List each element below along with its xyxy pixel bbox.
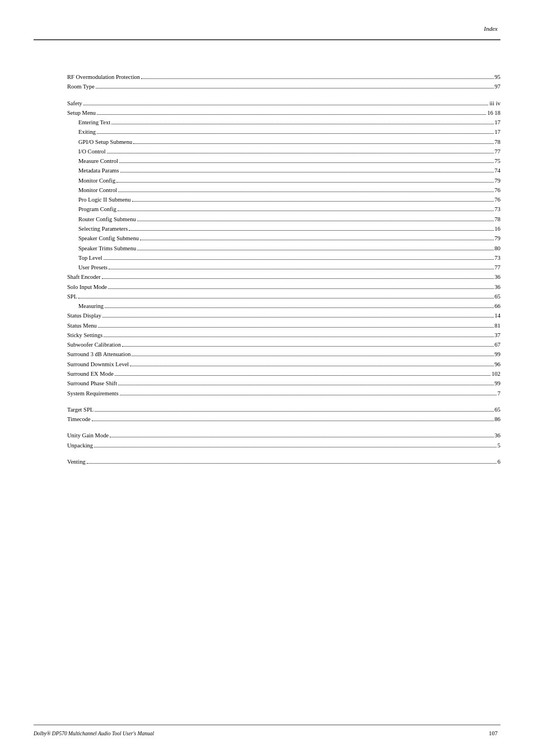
entry-label: Timecode bbox=[67, 415, 91, 424]
entry-page: 67 bbox=[495, 340, 501, 349]
entry-label: Surround Downmix Level bbox=[67, 360, 129, 369]
list-item: Subwoofer Calibration67 bbox=[67, 340, 500, 349]
list-item: Timecode86 bbox=[67, 415, 500, 424]
entry-label: Surround 3 dB Attenuation bbox=[67, 350, 130, 359]
entry-label: Sticky Settings bbox=[67, 331, 102, 340]
entry-dots bbox=[94, 447, 496, 447]
entry-label: Exiting bbox=[78, 128, 96, 137]
list-item: Speaker Config Submenu79 bbox=[67, 234, 500, 243]
list-item: Program Config73 bbox=[67, 205, 500, 214]
list-item: Pro Logic II Submenu76 bbox=[67, 195, 500, 204]
entry-page: 77 bbox=[495, 147, 501, 156]
entry-page: 73 bbox=[495, 254, 501, 263]
entry-page: 17 bbox=[495, 128, 501, 137]
list-item: GPI/O Setup Submenu78 bbox=[67, 138, 500, 147]
entry-dots bbox=[133, 143, 493, 144]
entry-page: 65 bbox=[495, 292, 501, 301]
index-content: RF Overmodulation Protection95Room Type9… bbox=[67, 73, 500, 467]
entry-dots bbox=[120, 172, 494, 172]
entry-label: Router Config Submenu bbox=[78, 215, 136, 224]
entry-dots bbox=[105, 307, 494, 308]
entry-dots bbox=[78, 298, 493, 298]
entry-dots bbox=[96, 88, 494, 88]
entry-dots bbox=[107, 153, 494, 153]
entry-page: 86 bbox=[495, 415, 501, 424]
entry-spacer bbox=[67, 424, 500, 431]
entry-page: 99 bbox=[495, 350, 501, 359]
entry-dots bbox=[111, 124, 493, 124]
entry-label: User Presets bbox=[78, 263, 107, 272]
entry-spacer bbox=[67, 399, 500, 405]
entry-dots bbox=[87, 463, 496, 464]
entry-label: I/O Control bbox=[78, 147, 106, 156]
list-item: Shaft Encoder36 bbox=[67, 273, 500, 282]
entry-label: Pro Logic II Submenu bbox=[78, 195, 131, 204]
entry-label: System Requirements bbox=[67, 389, 119, 398]
list-item: Surround Phase Shift99 bbox=[67, 379, 500, 388]
entry-label: Venting bbox=[67, 458, 86, 466]
entry-dots bbox=[102, 278, 494, 279]
entry-dots bbox=[137, 250, 493, 250]
entry-label: Monitor Config bbox=[78, 176, 115, 185]
entry-dots bbox=[120, 395, 496, 395]
entry-page: 78 bbox=[495, 215, 501, 224]
list-item: Monitor Config79 bbox=[67, 176, 500, 185]
entry-page: 79 bbox=[495, 234, 501, 243]
entry-page: 16 18 bbox=[487, 109, 500, 118]
index-entries: RF Overmodulation Protection95Room Type9… bbox=[67, 73, 500, 467]
entry-page: 102 bbox=[491, 370, 500, 379]
entry-dots bbox=[119, 162, 494, 163]
entry-page: 37 bbox=[495, 331, 501, 340]
entry-dots bbox=[104, 337, 493, 337]
entry-dots bbox=[95, 411, 493, 412]
entry-label: RF Overmodulation Protection bbox=[67, 73, 140, 82]
entry-dots bbox=[116, 182, 493, 183]
entry-page: 96 bbox=[495, 360, 501, 369]
entry-label: Monitor Control bbox=[78, 186, 117, 195]
entry-label: Shaft Encoder bbox=[67, 273, 101, 282]
entry-label: Measure Control bbox=[78, 157, 118, 166]
list-item: Unpacking5 bbox=[67, 441, 500, 450]
entry-label: Surround Phase Shift bbox=[67, 379, 117, 388]
entry-dots bbox=[115, 375, 490, 376]
list-item: Monitor Control76 bbox=[67, 186, 500, 195]
entry-page: iii iv bbox=[489, 99, 500, 108]
entry-page: 80 bbox=[495, 244, 501, 253]
entry-label: Room Type bbox=[67, 82, 95, 91]
entry-label: Program Config bbox=[78, 205, 116, 214]
list-item: Surround 3 dB Attenuation99 bbox=[67, 350, 500, 359]
list-item: Selecting Parameters16 bbox=[67, 225, 500, 234]
entry-dots bbox=[97, 114, 486, 115]
list-item: Unity Gain Mode36 bbox=[67, 431, 500, 440]
footer-title: Dolby® DP570 Multichannel Audio Tool Use… bbox=[34, 731, 154, 736]
entry-page: 74 bbox=[495, 166, 501, 175]
list-item: Measuring66 bbox=[67, 302, 500, 311]
entry-label: Solo Input Mode bbox=[67, 283, 107, 292]
list-item: Status Menu81 bbox=[67, 321, 500, 330]
entry-dots bbox=[98, 327, 494, 328]
page-container: Index RF Overmodulation Protection95Room… bbox=[0, 0, 534, 756]
entry-page: 76 bbox=[495, 186, 501, 195]
entry-page: 73 bbox=[495, 205, 501, 214]
entry-dots bbox=[132, 201, 494, 202]
entry-spacer bbox=[67, 92, 500, 99]
entry-label: SPL bbox=[67, 292, 77, 301]
entry-label: Top Level bbox=[78, 254, 102, 263]
entry-label: Speaker Trims Submenu bbox=[78, 244, 136, 253]
entry-label: Speaker Config Submenu bbox=[78, 234, 139, 243]
entry-dots bbox=[97, 133, 494, 134]
entry-label: Subwoofer Calibration bbox=[67, 340, 121, 349]
entry-dots bbox=[118, 192, 493, 192]
list-item: Safetyiii iv bbox=[67, 99, 500, 108]
entry-dots bbox=[130, 366, 493, 366]
entry-label: Safety bbox=[67, 99, 82, 108]
entry-page: 95 bbox=[495, 73, 501, 82]
entry-label: Metadata Params bbox=[78, 166, 119, 175]
entry-label: Surround EX Mode bbox=[67, 370, 114, 379]
entry-dots bbox=[104, 259, 494, 260]
list-item: Setup Menu16 18 bbox=[67, 109, 500, 118]
list-item: Exiting17 bbox=[67, 128, 500, 137]
entry-dots bbox=[122, 346, 494, 347]
list-item: Venting6 bbox=[67, 458, 500, 466]
entry-dots bbox=[102, 317, 494, 318]
